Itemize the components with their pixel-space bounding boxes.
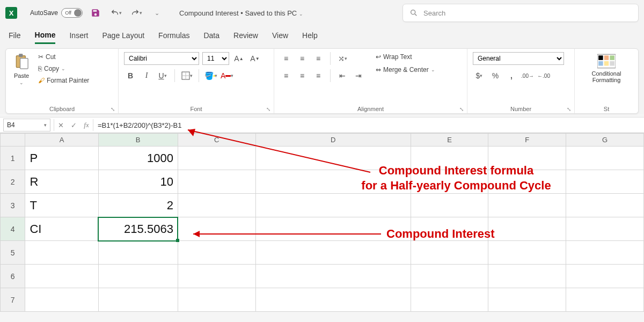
cut-button[interactable]: ✂Cut: [36, 52, 91, 62]
cell-C3[interactable]: [178, 194, 255, 217]
select-all-corner[interactable]: [1, 134, 25, 147]
cell-B4[interactable]: 215.5063: [98, 217, 178, 241]
cell-A5[interactable]: [25, 241, 98, 265]
cell-A7[interactable]: [25, 288, 98, 312]
cell-E5[interactable]: [411, 241, 488, 265]
col-header-D[interactable]: D: [255, 134, 411, 147]
cell-F2[interactable]: [488, 170, 566, 194]
cancel-formula-icon[interactable]: ✕: [54, 121, 67, 129]
cell-B7[interactable]: [98, 288, 178, 312]
cell-B2[interactable]: 10: [98, 170, 178, 194]
align-bottom-icon[interactable]: ≡: [312, 52, 325, 65]
cell-G2[interactable]: [566, 170, 644, 194]
cell-E7[interactable]: [411, 288, 488, 312]
cell-A2[interactable]: R: [25, 170, 98, 194]
cell-B3[interactable]: 2: [98, 194, 178, 217]
row-header-5[interactable]: 5: [1, 241, 25, 265]
cell-G7[interactable]: [566, 288, 644, 312]
font-color-button[interactable]: A▾: [221, 69, 233, 82]
cell-A3[interactable]: T: [25, 194, 98, 217]
cell-A4[interactable]: CI: [25, 217, 98, 241]
font-launcher-icon[interactable]: ⤡: [266, 106, 270, 112]
increase-font-icon[interactable]: A▲: [232, 52, 245, 65]
wrap-text-button[interactable]: ↩Wrap Text: [374, 52, 437, 62]
tab-data[interactable]: Data: [203, 28, 219, 43]
underline-button[interactable]: U▾: [156, 69, 169, 82]
bold-button[interactable]: B: [124, 69, 137, 82]
row-header-3[interactable]: 3: [1, 194, 25, 217]
decrease-font-icon[interactable]: A▼: [248, 52, 261, 65]
row-header-1[interactable]: 1: [1, 147, 25, 170]
cell-D4[interactable]: [255, 217, 411, 241]
row-header-4[interactable]: 4: [1, 217, 25, 241]
row-header-6[interactable]: 6: [1, 265, 25, 288]
cell-E3[interactable]: [411, 194, 488, 217]
decrease-indent-icon[interactable]: ⇤: [336, 69, 349, 82]
col-header-B[interactable]: B: [98, 134, 178, 147]
cell-G4[interactable]: [566, 217, 644, 241]
cell-D5[interactable]: [255, 241, 411, 265]
tab-view[interactable]: View: [272, 28, 288, 43]
tab-page-layout[interactable]: Page Layout: [102, 28, 144, 43]
search-box[interactable]: Search: [402, 4, 639, 22]
align-middle-icon[interactable]: ≡: [296, 52, 309, 65]
currency-button[interactable]: $▾: [473, 69, 486, 82]
alignment-launcher-icon[interactable]: ⤡: [459, 106, 464, 112]
fx-icon[interactable]: fx: [80, 121, 93, 129]
cell-C5[interactable]: [178, 241, 255, 265]
autosave-toggle[interactable]: Off: [61, 8, 83, 18]
merge-center-button[interactable]: ⇔Merge & Center⌄: [374, 65, 437, 75]
number-launcher-icon[interactable]: ⤡: [567, 106, 571, 112]
fill-color-button[interactable]: 🪣▾: [204, 69, 217, 82]
cell-C7[interactable]: [178, 288, 255, 312]
format-painter-button[interactable]: 🖌Format Painter: [36, 76, 91, 85]
cell-A1[interactable]: P: [25, 147, 98, 170]
comma-button[interactable]: ,: [505, 69, 518, 82]
cell-C4[interactable]: [178, 217, 255, 241]
document-title[interactable]: Compound Interest • Saved to this PC ⌄: [179, 9, 303, 17]
tab-formulas[interactable]: Formulas: [158, 28, 189, 43]
cell-C6[interactable]: [178, 265, 255, 288]
cell-D1[interactable]: [255, 147, 411, 170]
cell-D2[interactable]: [255, 170, 411, 194]
row-header-7[interactable]: 7: [1, 288, 25, 312]
formula-input[interactable]: =B1*(1+B2/200)^(B3*2)-B1: [93, 121, 644, 129]
cell-D6[interactable]: [255, 265, 411, 288]
cell-E6[interactable]: [411, 265, 488, 288]
conditional-formatting-button[interactable]: Conditional Formatting: [580, 52, 633, 84]
cell-G1[interactable]: [566, 147, 644, 170]
cell-D7[interactable]: [255, 288, 411, 312]
cell-B6[interactable]: [98, 265, 178, 288]
cell-F4[interactable]: [488, 217, 566, 241]
borders-button[interactable]: ▾: [180, 69, 193, 82]
cell-B5[interactable]: [98, 241, 178, 265]
tab-home[interactable]: Home: [35, 27, 56, 44]
redo-button[interactable]: ▾: [129, 5, 144, 20]
cell-B1[interactable]: 1000: [98, 147, 178, 170]
col-header-A[interactable]: A: [25, 134, 98, 147]
row-header-2[interactable]: 2: [1, 170, 25, 194]
undo-button[interactable]: ▾: [108, 5, 123, 20]
cell-E1[interactable]: [411, 147, 488, 170]
increase-decimal-icon[interactable]: .00→: [521, 69, 534, 82]
name-box[interactable]: B4▾: [3, 119, 50, 131]
align-left-icon[interactable]: ≡: [280, 69, 292, 82]
qat-customize-icon[interactable]: ⌄: [149, 5, 164, 20]
cell-C2[interactable]: [178, 170, 255, 194]
col-header-G[interactable]: G: [566, 134, 644, 147]
cell-G6[interactable]: [566, 265, 644, 288]
cell-F3[interactable]: [488, 194, 566, 217]
cell-G3[interactable]: [566, 194, 644, 217]
tab-insert[interactable]: Insert: [69, 28, 88, 43]
align-top-icon[interactable]: ≡: [280, 52, 292, 65]
cell-E2[interactable]: [411, 170, 488, 194]
col-header-C[interactable]: C: [178, 134, 255, 147]
copy-button[interactable]: ⎘Copy⌄: [36, 64, 91, 74]
cell-F1[interactable]: [488, 147, 566, 170]
save-icon[interactable]: [88, 5, 103, 20]
tab-help[interactable]: Help: [302, 28, 318, 43]
percent-button[interactable]: %: [489, 69, 502, 82]
cell-F7[interactable]: [488, 288, 566, 312]
col-header-E[interactable]: E: [411, 134, 488, 147]
number-format-combo[interactable]: General: [473, 52, 564, 65]
